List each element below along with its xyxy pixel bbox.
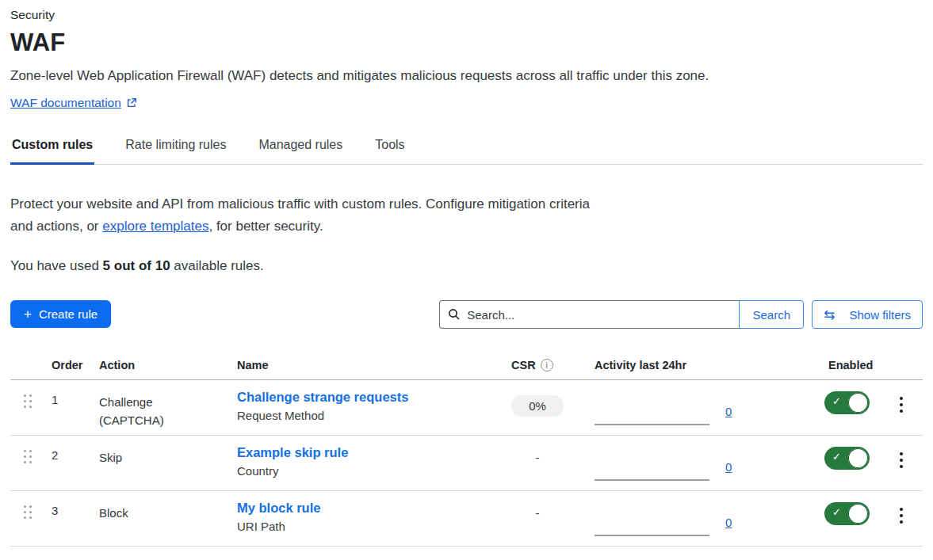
activity-sparkline <box>595 510 709 536</box>
search-icon <box>448 308 461 324</box>
rule-order: 1 <box>44 380 91 406</box>
search-input[interactable] <box>439 300 739 329</box>
check-icon: ✓ <box>832 506 841 518</box>
enabled-toggle[interactable]: ✓ <box>824 502 870 525</box>
rule-order: 3 <box>44 491 91 517</box>
activity-count-link[interactable]: 0 <box>725 516 732 529</box>
tab-rate-limiting-rules[interactable]: Rate limiting rules <box>124 131 228 165</box>
rule-action: Challenge (CAPTCHA) <box>91 380 186 430</box>
column-header-activity: Activity last 24hr <box>579 359 809 371</box>
page-title: WAF <box>10 29 923 57</box>
create-rule-button[interactable]: + Create rule <box>10 300 111 328</box>
usage-suffix: available rules. <box>170 258 264 273</box>
tab-custom-rules[interactable]: Custom rules <box>10 131 94 165</box>
rule-name-link[interactable]: Example skip rule <box>237 445 348 460</box>
column-header-enabled: Enabled <box>809 359 880 371</box>
column-header-order: Order <box>44 359 91 371</box>
toolbar: + Create rule Search ⇆ <box>10 300 923 329</box>
explore-templates-link[interactable]: explore templates <box>102 219 208 234</box>
table-row: 1 Challenge (CAPTCHA) Challenge strange … <box>10 380 923 436</box>
drag-handle-icon[interactable] <box>10 436 34 463</box>
rule-field: Country <box>237 464 499 478</box>
check-icon: ✓ <box>832 395 841 407</box>
table-row: 2 Skip Example skip rule Country - 0 ✓ <box>10 436 923 491</box>
tab-managed-rules[interactable]: Managed rules <box>257 131 344 165</box>
plus-icon: + <box>24 307 32 322</box>
enabled-toggle[interactable]: ✓ <box>824 391 870 414</box>
enabled-toggle[interactable]: ✓ <box>824 447 870 470</box>
tab-bar: Custom rules Rate limiting rules Managed… <box>10 131 923 165</box>
search-group: Search <box>439 300 804 329</box>
activity-count-link[interactable]: 0 <box>725 405 732 418</box>
column-header-name: Name <box>230 359 499 371</box>
breadcrumb: Security <box>10 6 923 22</box>
rule-action: Skip <box>91 436 186 467</box>
rule-field: URI Path <box>237 520 499 533</box>
waf-documentation-link[interactable]: WAF documentation <box>10 96 121 110</box>
tab-tools[interactable]: Tools <box>373 131 406 165</box>
page-description: Zone-level Web Application Firewall (WAF… <box>10 68 923 84</box>
search-button[interactable]: Search <box>739 300 804 329</box>
info-icon[interactable]: i <box>541 359 553 371</box>
kebab-menu-icon[interactable] <box>880 380 923 413</box>
csr-value: - <box>511 451 564 464</box>
csr-header-label: CSR <box>511 359 536 371</box>
kebab-menu-icon[interactable] <box>880 491 923 524</box>
show-filters-label2: Show filters <box>849 308 911 322</box>
swap-arrows-icon: ⇆ <box>824 308 835 322</box>
usage-count: 5 out of 10 <box>103 258 170 273</box>
waf-page: Security WAF Zone-level Web Application … <box>0 0 933 547</box>
rule-name-link[interactable]: My block rule <box>237 501 320 516</box>
rule-order: 2 <box>44 436 91 462</box>
drag-handle-icon[interactable] <box>10 380 34 408</box>
activity-sparkline <box>595 455 709 481</box>
table-row: 3 Block My block rule URI Path - 0 ✓ <box>10 491 923 547</box>
csr-badge: 0% <box>511 395 564 417</box>
activity-count-link[interactable]: 0 <box>725 460 732 474</box>
column-header-action: Action <box>91 359 230 371</box>
toggle-knob <box>848 393 868 413</box>
table-header-row: Order Action Name CSR i Activity last 24… <box>10 352 923 380</box>
drag-handle-icon[interactable] <box>10 491 34 519</box>
toggle-knob <box>848 448 868 468</box>
rule-action: Block <box>91 491 186 522</box>
custom-rules-table: Order Action Name CSR i Activity last 24… <box>10 352 923 547</box>
show-filters-button[interactable]: ⇆ Show filters <box>812 300 923 329</box>
intro-text: Protect your website and API from malici… <box>10 193 598 237</box>
csr-value: - <box>511 506 564 520</box>
activity-sparkline <box>595 399 709 425</box>
kebab-menu-icon[interactable] <box>880 436 923 468</box>
rule-field: Request Method <box>237 409 499 422</box>
external-link-icon <box>126 97 137 109</box>
usage-prefix: You have used <box>10 258 103 273</box>
toggle-knob <box>848 504 868 524</box>
intro-text-after: , for better security. <box>208 219 323 234</box>
usage-summary: You have used 5 out of 10 available rule… <box>10 258 923 274</box>
check-icon: ✓ <box>832 451 841 463</box>
column-header-csr: CSR i <box>499 359 579 371</box>
rule-name-link[interactable]: Challenge strange requests <box>237 390 408 405</box>
create-rule-label: Create rule <box>39 307 98 321</box>
